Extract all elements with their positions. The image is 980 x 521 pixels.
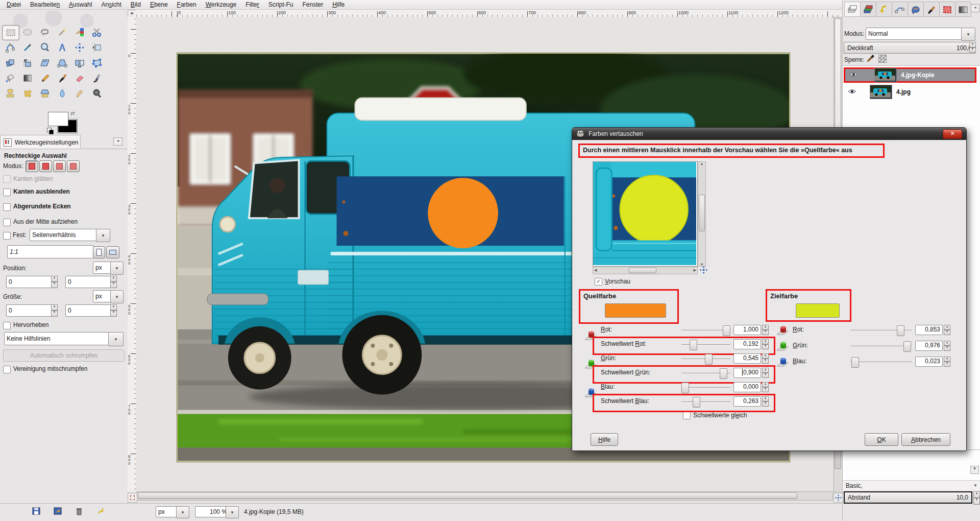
rounded-corners-checkbox[interactable] <box>3 203 11 211</box>
swap-colors-icon[interactable]: ⇄ <box>70 110 75 116</box>
source-schwellwertblau-slider[interactable] <box>681 401 730 402</box>
target-rot-slider-thumb[interactable] <box>897 325 904 336</box>
target-blau-slider[interactable] <box>850 362 912 363</box>
zoom-select-arrow-icon[interactable]: ▼ <box>226 506 239 518</box>
source-grün-spinner[interactable]: ▲▼ <box>762 353 769 364</box>
zoom-select[interactable]: 100 % <box>195 506 230 517</box>
horizontal-scrollbar[interactable] <box>136 491 833 501</box>
tool-select-by-color[interactable] <box>71 25 88 39</box>
portrait-icon[interactable] <box>93 246 105 258</box>
dock-tab-undo-history[interactable] <box>876 2 892 17</box>
tool-eraser[interactable] <box>71 71 88 85</box>
source-blau-value[interactable]: 0,000 <box>733 382 761 392</box>
save-options-icon[interactable] <box>32 507 42 516</box>
target-grün-slider-thumb[interactable] <box>903 341 911 352</box>
layer-mode-select[interactable]: Normal <box>866 28 965 40</box>
tool-color-picker[interactable] <box>19 40 36 55</box>
preview-checkbox[interactable]: ✓ <box>595 278 602 286</box>
preview-pan-icon[interactable] <box>700 266 707 275</box>
layer-mode-arrow-icon[interactable]: ▼ <box>961 28 975 41</box>
size-y-input[interactable]: 0 <box>65 304 114 317</box>
preview-vscroll[interactable]: ▲ ▼ <box>698 161 706 267</box>
target-blau-spinner[interactable]: ▲▼ <box>944 357 950 367</box>
preview-vscroll-down-icon[interactable]: ▼ <box>698 263 705 266</box>
source-rot-slider-thumb[interactable] <box>723 325 730 336</box>
dock-tab-brushes[interactable] <box>923 2 940 17</box>
tool-scale[interactable] <box>19 56 36 70</box>
tool-gradient[interactable] <box>19 71 36 85</box>
default-colors-icon-bg[interactable] <box>49 130 54 134</box>
menu-item-werkzeuge[interactable]: Werkzeuge <box>201 1 241 9</box>
expand-from-center-checkbox[interactable] <box>3 219 11 226</box>
visibility-eye-icon[interactable] <box>849 72 858 79</box>
tool-perspective[interactable] <box>54 56 70 70</box>
preview-hscroll-thumb[interactable] <box>629 268 656 273</box>
guides-select[interactable]: Keine Hilfslinien <box>4 332 109 345</box>
menu-item-filter[interactable]: Filter <box>241 1 264 9</box>
source-schwellwertgrün-slider-thumb[interactable] <box>720 368 727 379</box>
aspect-ratio-input[interactable]: 1:1 <box>7 245 94 258</box>
delete-options-icon[interactable] <box>75 507 85 516</box>
mode-add-button[interactable] <box>39 160 52 172</box>
tool-fuzzy-select[interactable] <box>54 25 70 39</box>
source-blau-slider-thumb[interactable] <box>681 383 689 393</box>
brush-spacing-spinner[interactable]: ▲▼ <box>973 491 980 505</box>
preview-image[interactable] <box>593 161 698 267</box>
tool-pencil[interactable] <box>37 71 53 85</box>
source-schwellwertgrün-spinner[interactable]: ▲▼ <box>762 368 769 378</box>
target-blau-value[interactable]: 0,023 <box>915 357 943 367</box>
restore-options-icon[interactable] <box>53 507 63 516</box>
target-blau-slider-thumb[interactable] <box>851 357 859 368</box>
target-color-swatch[interactable] <box>796 303 840 318</box>
tool-cage-transform[interactable] <box>89 56 105 70</box>
cancel-button[interactable]: Abbrechen <box>901 433 950 446</box>
menu-item-datei[interactable]: Datei <box>2 1 26 9</box>
landscape-icon[interactable] <box>106 246 119 258</box>
tool-dodge-burn[interactable] <box>89 86 105 101</box>
size-x-input[interactable]: 0 <box>6 304 55 317</box>
menu-item-fenster[interactable]: Fenster <box>298 1 328 9</box>
tool-flip[interactable] <box>71 56 88 70</box>
tool-scissors-select[interactable] <box>89 25 105 39</box>
target-grün-value[interactable]: 0,976 <box>915 341 943 351</box>
tool-bucket-fill[interactable] <box>2 71 18 85</box>
collapse-left-dock-icon[interactable]: ◂ <box>113 137 122 146</box>
layer-row[interactable]: 4.jpg <box>844 84 977 100</box>
size-y-input-spinner[interactable]: ▲▼ <box>110 304 117 317</box>
fixed-select[interactable]: Seitenverhältnis <box>30 229 99 241</box>
source-schwellwertrot-slider-thumb[interactable] <box>690 340 697 350</box>
position-x-input-spinner[interactable]: ▲▼ <box>51 276 58 288</box>
collapse-dock-icon[interactable]: ◂ <box>971 4 979 12</box>
tool-clone[interactable] <box>2 86 18 101</box>
source-rot-slider[interactable] <box>681 330 730 331</box>
feather-checkbox[interactable] <box>3 188 11 196</box>
position-y-input[interactable]: 0 <box>65 276 114 288</box>
mode-replace-button[interactable] <box>26 160 38 172</box>
menu-item-ebene[interactable]: Ebene <box>145 1 173 9</box>
source-rot-value[interactable]: 1,000 <box>733 325 761 335</box>
tool-rect-select[interactable] <box>2 25 19 40</box>
tool-move[interactable] <box>71 40 88 55</box>
tool-heal[interactable] <box>19 86 36 101</box>
tool-options-tab[interactable]: Werkzeugeinstellungen <box>0 135 81 149</box>
menu-item-ansicht[interactable]: Ansicht <box>96 1 126 9</box>
target-rot-spinner[interactable]: ▲▼ <box>944 325 950 335</box>
layer-row[interactable]: 4.jpg-Kopie <box>844 67 976 83</box>
tool-shear[interactable] <box>37 56 53 70</box>
tool-smudge[interactable] <box>71 86 88 101</box>
lock-alpha-icon[interactable] <box>878 55 887 63</box>
tool-airbrush[interactable] <box>89 71 105 85</box>
preview-hscroll-right-icon[interactable]: ▶ <box>694 268 696 272</box>
size-unit-arrow-icon[interactable]: ▼ <box>110 290 124 303</box>
source-schwellwertblau-spinner[interactable]: ▲▼ <box>762 396 769 407</box>
tool-ellipse-select[interactable] <box>19 25 36 39</box>
dock-tab-tools[interactable] <box>908 2 924 17</box>
mode-subtract-button[interactable] <box>53 160 66 172</box>
tool-rotate[interactable] <box>2 56 18 70</box>
opacity-spinner[interactable]: ▲▼ <box>969 42 976 53</box>
preview-hscroll-left-icon[interactable]: ◀ <box>594 268 597 272</box>
foreground-color-swatch[interactable] <box>48 112 68 126</box>
menu-item-script-fu[interactable]: Script-Fu <box>264 1 298 9</box>
tool-zoom[interactable] <box>37 40 53 55</box>
unit-select-arrow-icon[interactable]: ▼ <box>176 506 189 518</box>
